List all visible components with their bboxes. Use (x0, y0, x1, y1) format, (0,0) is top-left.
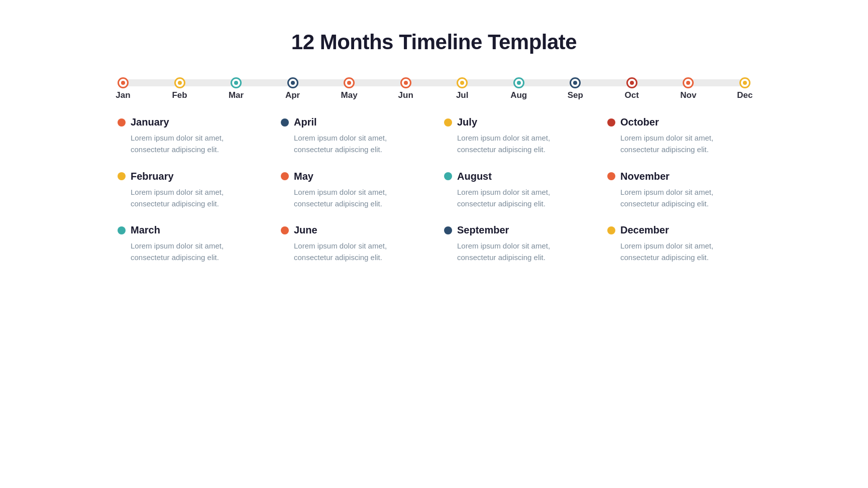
timeline-dot-jul: Jul (457, 77, 468, 88)
month-desc-may: Lorem ipsum dolor sit amet, consectetur … (281, 186, 424, 210)
month-item-june: JuneLorem ipsum dolor sit amet, consecte… (281, 224, 424, 264)
timeline-label-may: May (341, 90, 358, 100)
month-name-october: October (620, 116, 659, 128)
timeline-dot-oct: Oct (626, 77, 637, 88)
month-dot-april (281, 118, 289, 127)
month-dot-november (607, 172, 615, 180)
timeline-dot-nov: Nov (683, 77, 694, 88)
month-item-october: OctoberLorem ipsum dolor sit amet, conse… (607, 116, 750, 156)
timeline-bar: JanFebMarAprMayJunJulAugSepOctNovDec (118, 79, 750, 86)
timeline-label-feb: Feb (172, 90, 187, 100)
timeline-dot-jun: Jun (400, 77, 411, 88)
month-item-november: NovemberLorem ipsum dolor sit amet, cons… (607, 171, 750, 210)
month-item-december: DecemberLorem ipsum dolor sit amet, cons… (607, 224, 750, 264)
timeline-dot-aug: Aug (513, 77, 524, 88)
month-name-june: June (294, 224, 317, 236)
month-desc-september: Lorem ipsum dolor sit amet, consectetur … (444, 240, 587, 264)
timeline: JanFebMarAprMayJunJulAugSepOctNovDec (118, 79, 750, 86)
month-item-january: JanuaryLorem ipsum dolor sit amet, conse… (118, 116, 261, 156)
month-item-march: MarchLorem ipsum dolor sit amet, consect… (118, 224, 261, 264)
timeline-dot-jan: Jan (118, 77, 129, 88)
month-desc-july: Lorem ipsum dolor sit amet, consectetur … (444, 132, 587, 156)
month-item-september: SeptemberLorem ipsum dolor sit amet, con… (444, 224, 587, 264)
month-name-april: April (294, 116, 317, 128)
month-name-may: May (294, 171, 313, 182)
timeline-label-mar: Mar (229, 90, 244, 100)
timeline-dot-mar: Mar (231, 77, 242, 88)
month-dot-march (118, 226, 126, 234)
timeline-label-jun: Jun (398, 90, 413, 100)
month-dot-august (444, 172, 452, 180)
month-item-july: JulyLorem ipsum dolor sit amet, consecte… (444, 116, 587, 156)
month-dot-july (444, 118, 452, 127)
month-desc-march: Lorem ipsum dolor sit amet, consectetur … (118, 240, 261, 264)
timeline-label-jan: Jan (116, 90, 130, 100)
month-dot-december (607, 226, 615, 234)
month-item-april: AprilLorem ipsum dolor sit amet, consect… (281, 116, 424, 156)
month-item-february: FebruaryLorem ipsum dolor sit amet, cons… (118, 171, 261, 210)
timeline-label-aug: Aug (510, 90, 527, 100)
month-desc-february: Lorem ipsum dolor sit amet, consectetur … (118, 186, 261, 210)
month-desc-june: Lorem ipsum dolor sit amet, consectetur … (281, 240, 424, 264)
timeline-label-apr: Apr (285, 90, 300, 100)
month-item-august: AugustLorem ipsum dolor sit amet, consec… (444, 171, 587, 210)
month-desc-january: Lorem ipsum dolor sit amet, consectetur … (118, 132, 261, 156)
page-title: 12 Months Timeline Template (291, 30, 577, 54)
month-item-may: MayLorem ipsum dolor sit amet, consectet… (281, 171, 424, 210)
month-desc-december: Lorem ipsum dolor sit amet, consectetur … (607, 240, 750, 264)
timeline-dot-dec: Dec (739, 77, 750, 88)
timeline-dot-sep: Sep (570, 77, 581, 88)
month-name-march: March (131, 224, 160, 236)
timeline-dot-may: May (344, 77, 355, 88)
month-dot-september (444, 226, 452, 234)
timeline-dots: JanFebMarAprMayJunJulAugSepOctNovDec (118, 79, 750, 86)
month-dot-october (607, 118, 615, 127)
month-dot-june (281, 226, 289, 234)
month-name-november: November (620, 171, 670, 182)
timeline-label-nov: Nov (680, 90, 696, 100)
month-desc-april: Lorem ipsum dolor sit amet, consectetur … (281, 132, 424, 156)
month-name-september: September (457, 224, 509, 236)
timeline-label-oct: Oct (625, 90, 639, 100)
month-dot-february (118, 172, 126, 180)
timeline-dot-apr: Apr (287, 77, 298, 88)
month-desc-november: Lorem ipsum dolor sit amet, consectetur … (607, 186, 750, 210)
month-name-december: December (620, 224, 669, 236)
timeline-label-jul: Jul (456, 90, 469, 100)
timeline-label-sep: Sep (568, 90, 583, 100)
timeline-label-dec: Dec (737, 90, 752, 100)
month-name-august: August (457, 171, 492, 182)
month-name-january: January (131, 116, 169, 128)
month-name-july: July (457, 116, 477, 128)
month-desc-october: Lorem ipsum dolor sit amet, consectetur … (607, 132, 750, 156)
months-grid: JanuaryLorem ipsum dolor sit amet, conse… (118, 116, 750, 264)
month-dot-january (118, 118, 126, 127)
month-dot-may (281, 172, 289, 180)
month-desc-august: Lorem ipsum dolor sit amet, consectetur … (444, 186, 587, 210)
timeline-dot-feb: Feb (174, 77, 185, 88)
month-name-february: February (131, 171, 174, 182)
